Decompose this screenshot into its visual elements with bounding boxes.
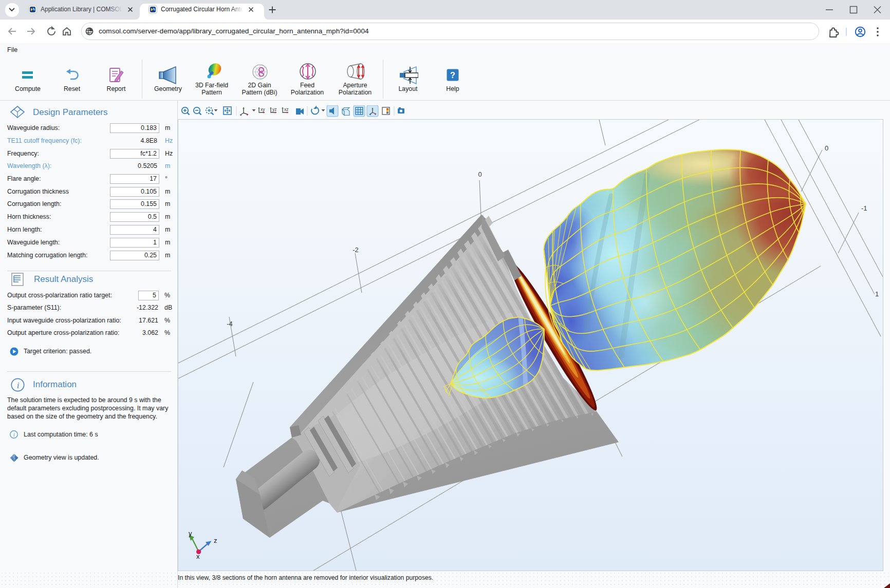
svg-text:?: ?	[450, 71, 455, 80]
svg-text:x: x	[196, 553, 200, 560]
svg-text:0: 0	[825, 144, 828, 152]
svg-text:i: i	[17, 381, 20, 390]
svg-text:y: y	[189, 529, 192, 537]
svg-text:1: 1	[875, 290, 879, 298]
svg-text:xz: xz	[284, 107, 289, 112]
svg-text:0: 0	[478, 170, 481, 178]
svg-text:xy: xy	[261, 107, 265, 112]
svg-text:-2: -2	[353, 246, 359, 254]
svg-text:yz: yz	[272, 107, 277, 112]
svg-text:-4: -4	[227, 320, 233, 328]
svg-text:z: z	[214, 537, 217, 544]
svg-text:-1: -1	[861, 204, 867, 212]
svg-text:i: i	[13, 431, 15, 438]
